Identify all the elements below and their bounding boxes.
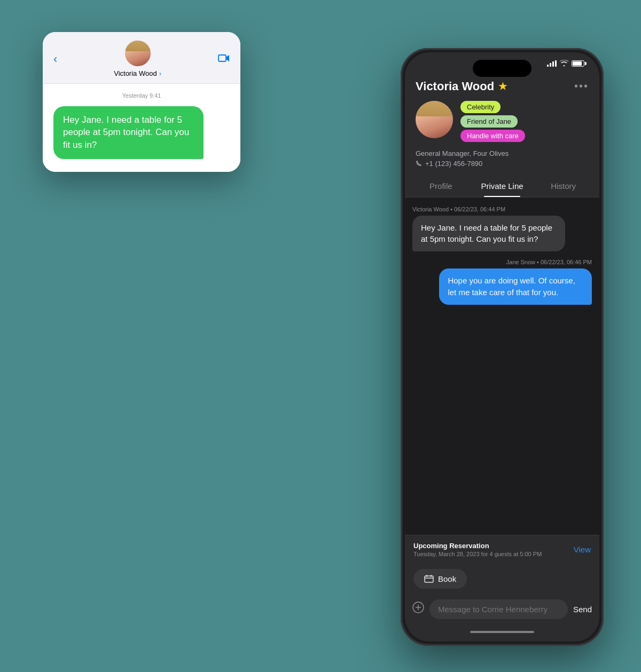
message-input[interactable] <box>429 599 568 619</box>
phone-screen: Victoria Wood ★ ••• Celebrity <box>405 52 599 642</box>
tag-friend-of-jane: Friend of Jane <box>460 115 518 128</box>
contact-avatar <box>416 101 453 138</box>
contact-header: Victoria Wood ★ ••• Celebrity <box>405 71 599 174</box>
contact-phone: +1 (123) 456-7890 <box>416 160 589 168</box>
more-options-button[interactable]: ••• <box>574 80 589 92</box>
avatar <box>125 41 151 66</box>
home-indicator <box>405 627 599 642</box>
imessage-contact: Victoria Wood › <box>62 41 213 78</box>
book-button[interactable]: Book <box>413 569 467 589</box>
tab-profile[interactable]: Profile <box>410 174 472 197</box>
battery-icon <box>572 60 584 67</box>
svg-rect-1 <box>425 576 433 582</box>
home-bar <box>470 631 534 633</box>
message-meta-received: Victoria Wood • 06/22/23, 06:44 PM <box>412 206 592 212</box>
reservation-info: Upcoming Reservation Tuesday, March 28, … <box>413 542 542 557</box>
input-bar: Send <box>405 594 599 627</box>
contact-name: Victoria Wood ★ <box>416 80 507 93</box>
message-meta-sent: Jane Snow • 06/22/23, 06:46 PM <box>412 259 592 265</box>
imessage-timestamp: Yesterday 9:41 <box>53 92 230 99</box>
reservation-title: Upcoming Reservation <box>413 542 542 550</box>
imessage-card: ‹ Victoria Wood › Yesterd <box>43 32 240 172</box>
tab-private-line[interactable]: Private Line <box>472 174 533 197</box>
video-call-button[interactable] <box>218 53 230 65</box>
tab-history[interactable]: History <box>533 174 594 197</box>
imessage-body: Yesterday 9:41 Hey Jane. I need a table … <box>43 84 240 172</box>
tabs-bar: Profile Private Line History <box>405 174 599 197</box>
tag-celebrity: Celebrity <box>460 101 501 113</box>
phone-frame: Victoria Wood ★ ••• Celebrity <box>401 48 604 646</box>
dynamic-island <box>473 60 531 77</box>
svg-rect-0 <box>218 55 226 61</box>
chat-area: Victoria Wood • 06/22/23, 06:44 PM Hey J… <box>405 197 599 535</box>
message-row: Victoria Wood • 06/22/23, 06:44 PM Hey J… <box>412 206 592 252</box>
imessage-contact-name: Victoria Wood › <box>62 68 213 78</box>
back-button[interactable]: ‹ <box>53 52 57 66</box>
book-bar: Book <box>405 564 599 594</box>
wifi-icon <box>560 60 568 68</box>
reservation-detail: Tuesday, March 28, 2023 for 4 guests at … <box>413 551 542 557</box>
star-icon: ★ <box>498 81 507 92</box>
tag-handle-with-care: Handle with care <box>460 130 525 142</box>
imessage-bubble: Hey Jane. I need a table for 5 people at… <box>53 106 204 159</box>
status-bar <box>405 52 599 71</box>
reservation-bar: Upcoming Reservation Tuesday, March 28, … <box>405 535 599 564</box>
signal-bars-icon <box>547 60 557 67</box>
imessage-header: ‹ Victoria Wood › <box>43 32 240 84</box>
send-button[interactable]: Send <box>573 605 592 614</box>
view-reservation-button[interactable]: View <box>574 545 591 554</box>
status-icons <box>547 60 584 68</box>
add-attachment-button[interactable] <box>412 602 424 616</box>
bubble-received: Hey Jane. I need a table for 5 people at… <box>412 216 565 252</box>
bubble-sent: Hope you are doing well. Of course, let … <box>439 268 592 305</box>
contact-job-title: General Manager, Four Olives <box>416 149 589 157</box>
message-row-sent: Jane Snow • 06/22/23, 06:46 PM Hope you … <box>412 259 592 305</box>
chevron-icon: › <box>159 70 161 77</box>
contact-meta: General Manager, Four Olives +1 (123) 45… <box>416 149 589 174</box>
tags-area: Celebrity Friend of Jane Handle with car… <box>460 101 525 144</box>
